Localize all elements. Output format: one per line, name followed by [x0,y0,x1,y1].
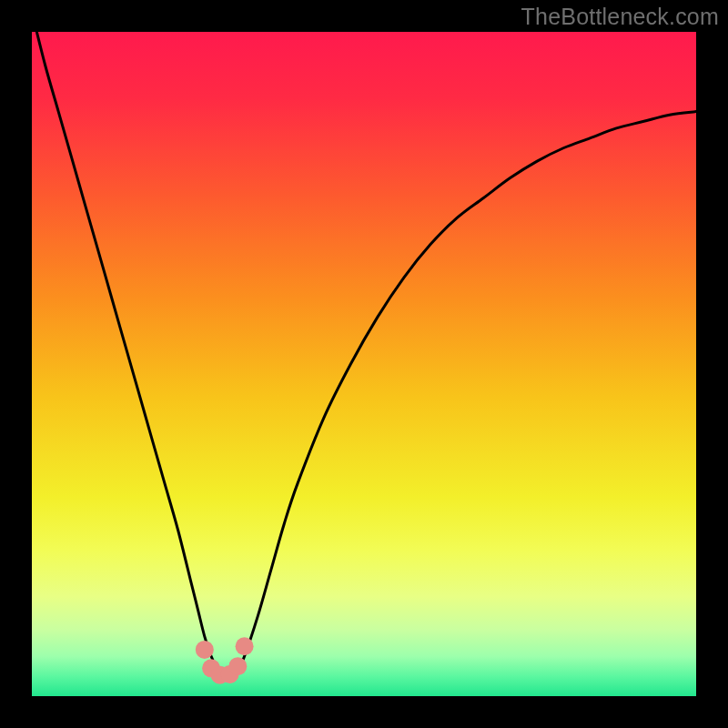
curve-marker [196,641,214,659]
attribution-text: TheBottleneck.com [521,4,719,30]
plot-area [32,32,696,696]
plot-svg [32,32,696,696]
curve-marker [236,637,254,655]
curve-marker [228,657,247,675]
chart-frame: TheBottleneck.com [0,0,728,728]
